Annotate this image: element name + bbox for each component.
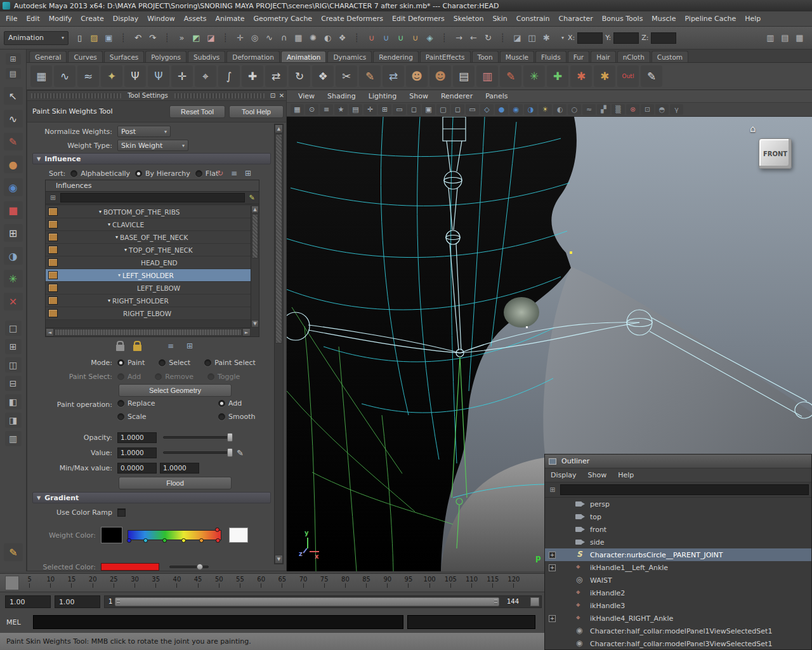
quick-layout-list-icon[interactable]: ▤ bbox=[6, 68, 21, 79]
shelf-assume-preferred-angle-icon[interactable]: ✱ bbox=[594, 65, 615, 87]
shelf-paint-weights-icon[interactable]: ✎ bbox=[359, 65, 381, 87]
influence-item[interactable]: ▾ CLAVICLE bbox=[46, 218, 251, 231]
shelf-paint-brush-icon[interactable]: ✎ bbox=[500, 65, 521, 87]
scroll-up-icon[interactable]: ▲ bbox=[275, 124, 283, 133]
three-pane-split-layout-icon[interactable]: ◧ bbox=[5, 394, 22, 409]
mask-handles-icon[interactable]: ✛ bbox=[233, 30, 247, 46]
multisample-icon[interactable]: ▞ bbox=[597, 104, 610, 115]
ipr-render-icon[interactable]: ◫ bbox=[525, 30, 539, 46]
shelf-pose-icon[interactable]: ▤ bbox=[453, 65, 475, 87]
safe-action-icon[interactable]: ◻ bbox=[451, 104, 464, 115]
outliner-item[interactable]: + ikHandle4_RIGHT_Ankle bbox=[545, 612, 811, 625]
mask-curves-icon[interactable]: ∿ bbox=[262, 30, 277, 46]
menu-item[interactable]: Skin bbox=[488, 11, 511, 26]
slider-handle[interactable] bbox=[227, 448, 233, 457]
two-pane-side-layout-icon[interactable]: ◫ bbox=[5, 357, 22, 373]
outliner-item[interactable]: + Character:nurbsCircle__PARENT_JOINT bbox=[545, 548, 811, 561]
shelf-bind-skin-icon[interactable]: ❖ bbox=[312, 65, 334, 87]
shelf-create-deformer-icon[interactable]: ✳ bbox=[523, 65, 545, 87]
timeline-tick[interactable]: 85 bbox=[356, 574, 377, 592]
channel-box-toggle-icon[interactable]: ▦ bbox=[792, 30, 807, 46]
shelf-tab[interactable]: Custom bbox=[652, 51, 688, 62]
select-geometry-button[interactable]: Select Geometry bbox=[119, 384, 232, 397]
reset-tool-button[interactable]: Reset Tool bbox=[169, 105, 225, 118]
grid-icon[interactable]: ⊞ bbox=[48, 194, 58, 202]
screen-space-ao-icon[interactable]: ○ bbox=[568, 104, 581, 115]
influence-section-header[interactable]: ▼ Influence bbox=[32, 153, 271, 164]
expand-icon[interactable]: + bbox=[549, 615, 556, 622]
max-value-field[interactable] bbox=[160, 463, 199, 474]
timeline-tick[interactable]: 30 bbox=[124, 574, 145, 592]
hypergraph-layout-icon[interactable]: ▥ bbox=[5, 431, 22, 446]
motion-blur-icon[interactable]: ≈ bbox=[582, 104, 596, 115]
quick-select-icon[interactable]: ✎ bbox=[247, 194, 256, 202]
outliner-item[interactable]: + ikHandle1__Left_Ankle bbox=[545, 561, 811, 574]
shelf-ik-handle-icon[interactable]: ⌖ bbox=[195, 65, 216, 87]
viewport-menu-item[interactable]: Renderer bbox=[435, 92, 479, 100]
shelf-outliner-icon[interactable]: Outl bbox=[617, 65, 639, 87]
lattice-tool-icon[interactable]: ⊞ bbox=[4, 224, 23, 242]
paint-operation-radio[interactable]: Replace bbox=[117, 399, 204, 408]
shelf-detach-skin-icon[interactable]: ✂ bbox=[336, 65, 357, 87]
timeline-tick[interactable]: 65 bbox=[272, 574, 292, 592]
timeline-tick[interactable]: 35 bbox=[145, 574, 166, 592]
gate-mask-icon[interactable]: ▣ bbox=[422, 104, 435, 115]
outliner-item[interactable]: + side bbox=[545, 536, 811, 548]
z-field[interactable] bbox=[651, 32, 676, 44]
shelf-tab[interactable]: Toon bbox=[472, 51, 499, 62]
opacity-slider[interactable] bbox=[163, 436, 232, 439]
tool-settings-toggle-icon[interactable]: ▤ bbox=[778, 30, 792, 46]
isolate-select-icon[interactable]: ⊡ bbox=[641, 104, 654, 115]
separator-grip[interactable]: ┊ bbox=[218, 30, 233, 46]
shelf-motion-trail-icon[interactable]: ∿ bbox=[54, 65, 75, 87]
influence-item[interactable]: ▾ BOTTOM_OF_THE_RIBS bbox=[46, 206, 251, 218]
menu-set-selector[interactable]: Animation ▾ bbox=[4, 31, 69, 45]
shelf-ik-spline-icon[interactable]: ∫ bbox=[218, 65, 240, 87]
redo-icon[interactable]: ↷ bbox=[145, 30, 160, 46]
lasso-tool-icon[interactable]: ∿ bbox=[4, 110, 23, 128]
menu-item[interactable]: Animate bbox=[211, 11, 249, 26]
shelf-set-preferred-angle-icon[interactable]: ✱ bbox=[570, 65, 592, 87]
shelf-tab[interactable]: Fur bbox=[568, 51, 589, 62]
xray-icon[interactable]: ▒ bbox=[612, 104, 625, 115]
use-color-ramp-checkbox[interactable] bbox=[117, 508, 126, 517]
bookmark-icon[interactable]: ★ bbox=[334, 104, 348, 115]
slider-handle[interactable] bbox=[197, 564, 203, 570]
timeline-tick[interactable]: 55 bbox=[230, 574, 251, 592]
expand-icon[interactable]: + bbox=[549, 564, 556, 571]
outliner-menu-item[interactable]: Show bbox=[582, 471, 613, 479]
shelf-tab[interactable]: Deformation bbox=[226, 51, 280, 62]
outliner-item[interactable]: + ikHandle3 bbox=[545, 599, 811, 612]
shelf-tab[interactable]: Dynamics bbox=[327, 51, 372, 62]
mode-radio[interactable]: Select bbox=[159, 359, 190, 367]
shelf-tab[interactable]: Surfaces bbox=[104, 51, 144, 62]
shelf-character-set-icon[interactable]: ✦ bbox=[101, 65, 122, 87]
menu-item[interactable]: Create Deformers bbox=[317, 11, 388, 26]
x-field[interactable] bbox=[577, 32, 603, 44]
film-gate-icon[interactable]: ▭ bbox=[393, 104, 406, 115]
outliner-item[interactable]: + WAIST bbox=[545, 574, 811, 587]
shelf-insert-joint-icon[interactable]: ✚ bbox=[242, 65, 263, 87]
copy-weights-icon[interactable]: ≡ bbox=[166, 341, 176, 351]
timeline-tick[interactable]: 15 bbox=[61, 574, 82, 592]
flood-button[interactable]: Flood bbox=[119, 477, 232, 489]
separator-grip[interactable]: ┊ bbox=[160, 30, 174, 46]
timeline-tick[interactable]: 105 bbox=[440, 574, 461, 592]
mask-dynamics-icon[interactable]: ✺ bbox=[306, 30, 320, 46]
safe-title-icon[interactable]: ▭ bbox=[466, 104, 479, 115]
shelf-tab[interactable]: Fluids bbox=[535, 51, 566, 62]
separator-grip[interactable]: ┊ bbox=[495, 30, 510, 46]
select-hierarchy-icon[interactable]: » bbox=[174, 30, 189, 46]
influence-item[interactable]: ▾ HEAD_END bbox=[46, 256, 251, 269]
snap-to-grid-icon[interactable]: ∪ bbox=[364, 30, 379, 46]
ramp-marker[interactable] bbox=[199, 538, 204, 543]
undo-icon[interactable]: ↶ bbox=[131, 30, 145, 46]
influence-item[interactable]: ▾ TOP_OF_THE_NECK bbox=[46, 244, 251, 256]
menu-item[interactable]: Assets bbox=[180, 11, 211, 26]
smooth-shade-icon[interactable]: ● bbox=[495, 104, 508, 115]
panel-scrollbar[interactable]: ▲ ▼ bbox=[274, 124, 284, 564]
selected-color-slider[interactable] bbox=[169, 566, 209, 568]
timeline-tick[interactable]: 115 bbox=[482, 574, 503, 592]
mel-result-field[interactable] bbox=[407, 615, 535, 629]
mel-command-input[interactable] bbox=[33, 615, 403, 629]
